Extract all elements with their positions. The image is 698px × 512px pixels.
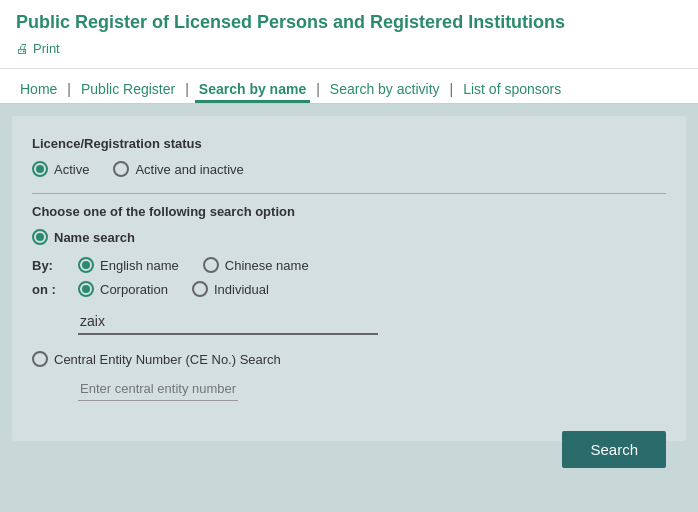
ce-number-option[interactable]: Central Entity Number (CE No.) Search xyxy=(32,351,281,367)
name-search-radio[interactable] xyxy=(32,229,48,245)
english-name-radio[interactable] xyxy=(78,257,94,273)
by-label: By: xyxy=(32,258,62,273)
nav-separator-4: | xyxy=(444,81,460,97)
status-active-inactive-label: Active and inactive xyxy=(135,162,243,177)
ce-number-row: Central Entity Number (CE No.) Search xyxy=(32,351,666,367)
status-active-label: Active xyxy=(54,162,89,177)
nav-bar: Home | Public Register | Search by name … xyxy=(0,69,698,104)
ce-number-input[interactable] xyxy=(78,377,238,401)
licence-status-label: Licence/Registration status xyxy=(32,136,666,151)
chinese-name-label: Chinese name xyxy=(225,258,309,273)
corporation-label: Corporation xyxy=(100,282,168,297)
by-row: By: English name Chinese name xyxy=(32,257,666,273)
ce-number-label: Central Entity Number (CE No.) Search xyxy=(54,352,281,367)
status-radio-group: Active Active and inactive xyxy=(32,161,666,177)
english-name-option[interactable]: English name xyxy=(78,257,179,273)
status-active-inactive-option[interactable]: Active and inactive xyxy=(113,161,243,177)
search-option-label: Choose one of the following search optio… xyxy=(32,204,666,219)
print-link[interactable]: 🖨 Print xyxy=(16,41,682,56)
on-label: on : xyxy=(32,282,62,297)
search-input-wrapper xyxy=(78,309,666,335)
corporation-radio[interactable] xyxy=(78,281,94,297)
nav-item-search-by-name[interactable]: Search by name xyxy=(195,75,310,103)
by-radio-group: English name Chinese name xyxy=(78,257,309,273)
status-active-option[interactable]: Active xyxy=(32,161,89,177)
print-icon: 🖨 xyxy=(16,41,29,56)
divider-1 xyxy=(32,193,666,194)
nav-separator-3: | xyxy=(310,81,326,97)
page-title: Public Register of Licensed Persons and … xyxy=(16,12,682,33)
nav-item-list-of-sponsors[interactable]: List of sponsors xyxy=(459,75,565,103)
english-name-label: English name xyxy=(100,258,179,273)
individual-radio[interactable] xyxy=(192,281,208,297)
name-search-option[interactable]: Name search xyxy=(32,229,135,245)
nav-item-public-register[interactable]: Public Register xyxy=(77,75,179,103)
individual-label: Individual xyxy=(214,282,269,297)
ce-input-wrapper xyxy=(78,377,666,401)
name-search-row: Name search xyxy=(32,229,666,245)
nav-separator-2: | xyxy=(179,81,195,97)
on-radio-group: Corporation Individual xyxy=(78,281,269,297)
search-options-section: Choose one of the following search optio… xyxy=(32,204,666,401)
ce-number-radio[interactable] xyxy=(32,351,48,367)
chinese-name-option[interactable]: Chinese name xyxy=(203,257,309,273)
on-row: on : Corporation Individual xyxy=(32,281,666,297)
status-active-radio[interactable] xyxy=(32,161,48,177)
name-search-label: Name search xyxy=(54,230,135,245)
nav-separator-1: | xyxy=(61,81,77,97)
nav-item-home[interactable]: Home xyxy=(16,75,61,103)
main-content: Licence/Registration status Active Activ… xyxy=(12,116,686,441)
chinese-name-radio[interactable] xyxy=(203,257,219,273)
status-active-inactive-radio[interactable] xyxy=(113,161,129,177)
corporation-option[interactable]: Corporation xyxy=(78,281,168,297)
name-search-input[interactable] xyxy=(78,309,378,335)
nav-item-search-by-activity[interactable]: Search by activity xyxy=(326,75,444,103)
search-button[interactable]: Search xyxy=(562,431,666,468)
individual-option[interactable]: Individual xyxy=(192,281,269,297)
